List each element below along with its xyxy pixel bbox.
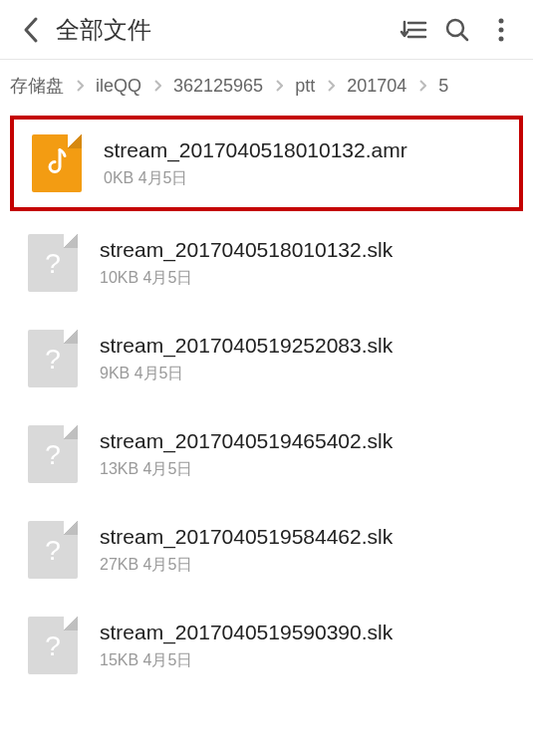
sort-button[interactable] bbox=[392, 10, 435, 50]
search-button[interactable] bbox=[435, 10, 479, 50]
file-item[interactable]: stream_2017040518010132.amr0KB 4月5日 bbox=[10, 116, 523, 211]
breadcrumb[interactable]: 存储盘 ileQQ 362125965 ptt 201704 5 bbox=[0, 60, 533, 112]
chevron-right-icon bbox=[66, 80, 94, 92]
crumb-item[interactable]: ileQQ bbox=[94, 76, 143, 97]
crumb-item[interactable]: 201704 bbox=[345, 76, 408, 97]
unknown-file-icon: ? bbox=[28, 330, 78, 387]
file-info: stream_2017040518010132.amr0KB 4月5日 bbox=[104, 138, 509, 189]
more-icon bbox=[497, 17, 505, 43]
more-button[interactable] bbox=[479, 10, 523, 50]
file-info: stream_2017040519252083.slk9KB 4月5日 bbox=[100, 334, 515, 384]
crumb-item[interactable]: 5 bbox=[436, 76, 450, 97]
file-meta: 10KB 4月5日 bbox=[100, 268, 515, 289]
back-button[interactable] bbox=[10, 10, 50, 50]
crumb-item[interactable]: 存储盘 bbox=[8, 74, 66, 98]
chevron-right-icon bbox=[143, 80, 171, 92]
file-meta: 0KB 4月5日 bbox=[104, 168, 509, 189]
question-icon: ? bbox=[45, 535, 61, 567]
question-icon: ? bbox=[45, 630, 61, 662]
audio-file-icon bbox=[32, 134, 82, 192]
unknown-file-icon: ? bbox=[28, 425, 78, 483]
file-name: stream_2017040519252083.slk bbox=[100, 334, 515, 358]
file-item[interactable]: ?stream_2017040519465402.slk13KB 4月5日 bbox=[0, 406, 533, 502]
file-info: stream_2017040519584462.slk27KB 4月5日 bbox=[100, 525, 515, 576]
file-name: stream_2017040519465402.slk bbox=[100, 429, 515, 453]
file-meta: 9KB 4月5日 bbox=[100, 364, 515, 384]
search-icon bbox=[444, 17, 470, 43]
music-note-icon bbox=[46, 147, 68, 182]
file-name: stream_2017040519584462.slk bbox=[100, 525, 515, 549]
chevron-right-icon bbox=[317, 80, 345, 92]
file-meta: 15KB 4月5日 bbox=[100, 650, 515, 671]
svg-point-6 bbox=[499, 27, 504, 32]
file-item[interactable]: ?stream_2017040518010132.slk10KB 4月5日 bbox=[0, 215, 533, 311]
svg-point-5 bbox=[499, 18, 504, 23]
question-icon: ? bbox=[45, 344, 61, 376]
file-list: stream_2017040518010132.amr0KB 4月5日?stre… bbox=[0, 116, 533, 693]
unknown-file-icon: ? bbox=[28, 234, 78, 292]
crumb-item[interactable]: ptt bbox=[293, 76, 317, 97]
svg-line-4 bbox=[461, 34, 467, 40]
file-meta: 13KB 4月5日 bbox=[100, 459, 515, 480]
unknown-file-icon: ? bbox=[28, 617, 78, 674]
file-info: stream_2017040518010132.slk10KB 4月5日 bbox=[100, 238, 515, 289]
file-name: stream_2017040519590390.slk bbox=[100, 621, 515, 644]
svg-point-7 bbox=[499, 36, 504, 41]
back-icon bbox=[21, 16, 39, 44]
chevron-right-icon bbox=[408, 80, 436, 92]
chevron-right-icon bbox=[265, 80, 293, 92]
sort-icon bbox=[400, 18, 427, 42]
file-info: stream_2017040519590390.slk15KB 4月5日 bbox=[100, 621, 515, 671]
crumb-item[interactable]: 362125965 bbox=[171, 76, 265, 97]
unknown-file-icon: ? bbox=[28, 521, 78, 579]
file-item[interactable]: ?stream_2017040519252083.slk9KB 4月5日 bbox=[0, 311, 533, 406]
file-item[interactable]: ?stream_2017040519590390.slk15KB 4月5日 bbox=[0, 598, 533, 693]
question-icon: ? bbox=[45, 439, 61, 471]
file-info: stream_2017040519465402.slk13KB 4月5日 bbox=[100, 429, 515, 480]
file-item[interactable]: ?stream_2017040519584462.slk27KB 4月5日 bbox=[0, 502, 533, 598]
file-name: stream_2017040518010132.amr bbox=[104, 138, 509, 162]
page-title: 全部文件 bbox=[56, 14, 392, 46]
file-meta: 27KB 4月5日 bbox=[100, 555, 515, 576]
file-name: stream_2017040518010132.slk bbox=[100, 238, 515, 262]
question-icon: ? bbox=[45, 248, 61, 280]
toolbar: 全部文件 bbox=[0, 0, 533, 60]
